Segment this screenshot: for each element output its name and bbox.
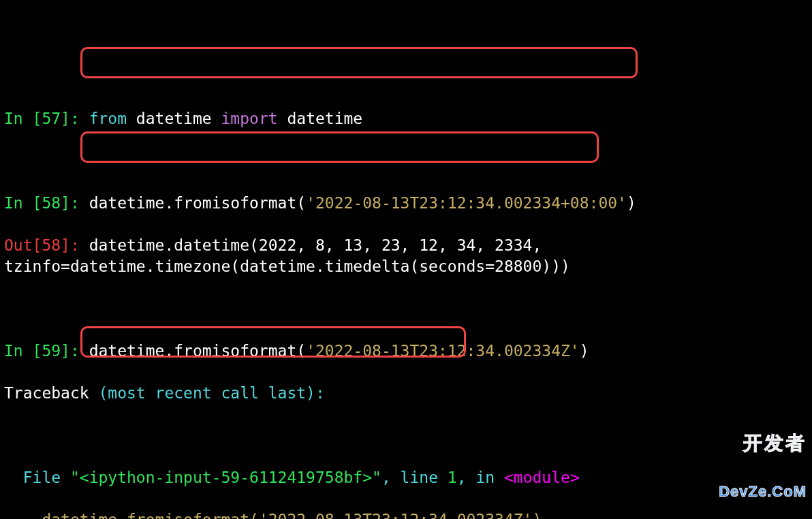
cell-57: In [57]: from datetime import datetime [4,108,808,129]
tb-filename: "<ipython-input-59-6112419758bf>" [70,469,381,486]
module-name: datetime [127,110,221,127]
in-prompt: In [58]: [4,194,89,212]
highlight-box-1 [80,47,638,78]
close-paren: ) [580,342,589,360]
tb-head-1: Traceback [4,384,89,402]
cell-58-out: Out[58]: datetime.datetime(2022, 8, 13, … [4,235,808,277]
blank-line [4,425,808,446]
traceback-frame-59: File "<ipython-input-59-6112419758bf>", … [4,467,808,488]
blank-line [4,151,808,172]
cell-59-in: In [59]: datetime.fromisoformat('2022-08… [4,341,808,362]
call: datetime.fromisoformat( [89,342,307,360]
in-prompt: In [59]: [4,342,89,360]
kw-from: from [89,110,127,127]
out-prompt: Out[58]: [4,236,89,254]
import-target: datetime [278,110,363,127]
traceback-header: Traceback (most recent call last): [4,383,808,404]
tb-lineno: 1 [448,469,457,486]
traceback-source-59: datetime.fromisoformat('2022-08-13T23:12… [4,509,808,519]
watermark: 开发者 DevZe.CoM [719,403,807,515]
in-prompt: In [57]: [4,110,89,127]
out-value: datetime.datetime(2022, 8, 13, 23, 12, 3… [4,236,570,275]
tb-head-2: (most recent call last): [89,384,325,402]
tb-file-pre: File [4,469,70,486]
blank-line [4,298,808,319]
watermark-top: 开发者 [719,434,807,453]
tb-mid: , line [381,469,448,486]
call: datetime.fromisoformat( [89,194,307,212]
tb-post: , in [457,469,504,486]
ipython-terminal[interactable]: In [57]: from datetime import datetime I… [0,84,812,519]
close-paren: ) [627,194,636,212]
cell-58-in: In [58]: datetime.fromisoformat('2022-08… [4,193,808,214]
string-arg: '2022-08-13T23:12:34.002334Z' [306,342,580,360]
tb-module: <module> [504,469,580,486]
kw-import: import [221,110,278,127]
tb-source: datetime.fromisoformat('2022-08-13T23:12… [42,511,542,519]
string-arg: '2022-08-13T23:12:34.002334+08:00' [306,194,627,212]
watermark-bottom: DevZe.CoM [719,484,807,499]
tb-indent [4,511,42,519]
